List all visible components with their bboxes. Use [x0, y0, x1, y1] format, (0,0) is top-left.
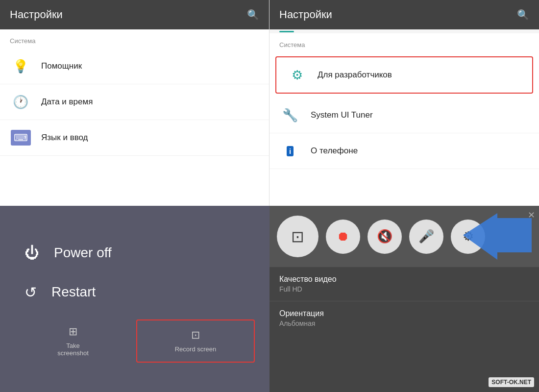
power-menu: ⏻ Power off ↺ Restart ⊞ Takescreenshot ⊡…: [0, 206, 270, 392]
settings-item-about[interactable]: i О телефоне: [270, 133, 539, 169]
wrench-icon: 🔧: [279, 104, 301, 126]
settings-item-language[interactable]: ⌨ Язык и ввод: [0, 120, 269, 156]
screen-capture-button[interactable]: ⊡: [277, 216, 318, 257]
record-screen-label: Record screen: [175, 345, 217, 353]
developer-icon: ⚙: [286, 64, 308, 86]
record-screen-button[interactable]: ⊡ Record screen: [136, 319, 255, 363]
recording-panel: ⊡ ⏺ 🔇 🎤 ⚙ ✕: [270, 206, 539, 392]
orientation-value: Альбомная: [279, 319, 529, 327]
settings-item-uituner[interactable]: 🔧 System UI Tuner: [270, 98, 539, 133]
left-title: Настройки: [10, 8, 63, 21]
right-title: Настройки: [279, 8, 332, 21]
restart-icon: ↺: [24, 284, 37, 301]
left-search-icon[interactable]: 🔍: [247, 9, 259, 21]
recording-settings-button[interactable]: ⚙: [451, 220, 485, 254]
about-label: О телефоне: [311, 146, 358, 156]
screen-capture-icon: ⊡: [291, 227, 304, 246]
left-header: Настройки 🔍: [0, 0, 269, 29]
assistant-label: Помощник: [41, 61, 82, 71]
assistant-icon: 💡: [10, 55, 31, 77]
record-dot-icon: ⏺: [337, 229, 349, 244]
settings-item-assistant[interactable]: 💡 Помощник: [0, 49, 269, 84]
power-off-label: Power off: [54, 245, 112, 261]
uituner-label: System UI Tuner: [311, 110, 373, 120]
left-settings-panel: Настройки 🔍 Система 💡 Помощник 🕐 Дата и …: [0, 0, 270, 206]
language-icon: ⌨: [10, 127, 31, 148]
screenshot-icon: ⊞: [69, 325, 77, 338]
record-screen-icon: ⊡: [191, 329, 200, 342]
settings-item-datetime[interactable]: 🕐 Дата и время: [0, 84, 269, 120]
recording-controls: ⊡ ⏺ 🔇 🎤 ⚙ ✕: [270, 206, 539, 267]
sound-off-button[interactable]: 🔇: [368, 220, 402, 254]
power-off-item[interactable]: ⏻ Power off: [15, 236, 255, 270]
right-search-icon[interactable]: 🔍: [517, 9, 529, 21]
mic-off-button[interactable]: 🎤: [409, 220, 443, 254]
dev-gear-icon: ⚙: [292, 68, 303, 83]
power-off-icon: ⏻: [24, 245, 39, 261]
sound-off-icon: 🔇: [377, 229, 392, 244]
take-screenshot-button[interactable]: ⊞ Takescreenshot: [15, 319, 131, 363]
restart-item[interactable]: ↺ Restart: [15, 275, 255, 310]
orientation-info: Ориентация Альбомная: [270, 301, 539, 335]
right-section-label: Система: [270, 33, 539, 52]
record-button[interactable]: ⏺: [326, 220, 360, 254]
mic-off-icon: 🎤: [418, 229, 434, 244]
datetime-label: Дата и время: [41, 97, 93, 107]
quality-info: Качество видео Full HD: [270, 267, 539, 301]
right-header: Настройки 🔍: [270, 0, 539, 29]
quality-label: Качество видео: [279, 275, 529, 284]
watermark: SOFT-OK.NET: [489, 377, 534, 387]
developer-options-item[interactable]: ⚙ Для разработчиков: [275, 56, 533, 94]
language-label: Язык и ввод: [41, 133, 88, 143]
info-icon: i: [279, 140, 301, 162]
bottom-actions: ⊞ Takescreenshot ⊡ Record screen: [15, 319, 255, 363]
screenshot-label: Takescreenshot: [57, 342, 89, 357]
restart-label: Restart: [51, 284, 96, 300]
right-settings-panel: Настройки 🔍 Система ⚙ Для разработчиков …: [270, 0, 539, 206]
orientation-label: Ориентация: [279, 309, 529, 318]
datetime-icon: 🕐: [10, 91, 31, 113]
developer-label: Для разработчиков: [318, 70, 392, 80]
quality-value: Full HD: [279, 285, 529, 293]
recording-settings-icon: ⚙: [463, 229, 474, 244]
close-recording-button[interactable]: ✕: [528, 210, 535, 220]
left-section-label: Система: [0, 29, 269, 49]
